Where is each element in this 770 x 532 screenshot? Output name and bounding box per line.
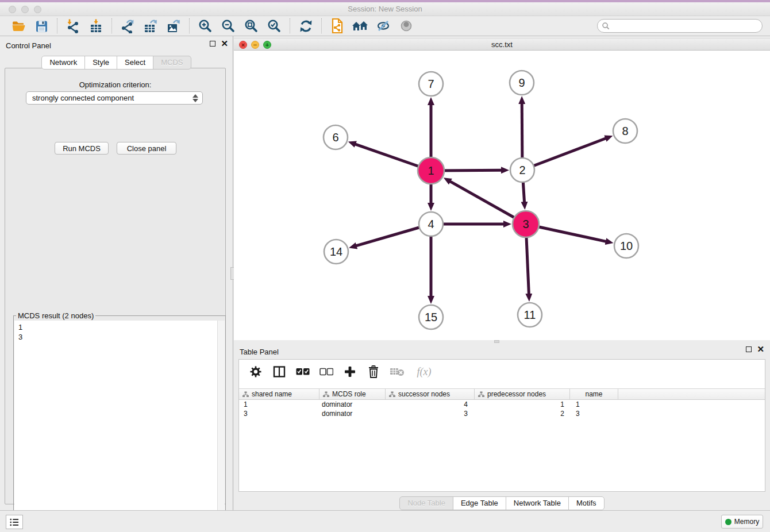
column-header-name[interactable]: name: [570, 389, 618, 399]
memory-button[interactable]: Memory: [721, 515, 763, 529]
open-network-file-button[interactable]: [326, 17, 349, 34]
main-toolbar: [0, 16, 770, 36]
table-row[interactable]: 3dominator323: [239, 410, 765, 419]
zoom-out-icon: [221, 18, 236, 33]
graph-node-label: 9: [518, 76, 525, 89]
mcds-result-text[interactable]: 1 3: [14, 321, 225, 531]
optimization-criterion-select[interactable]: strongly connected component: [26, 91, 203, 105]
hierarchy-icon: [242, 391, 249, 398]
network-canvas[interactable]: 7968124314101511: [234, 51, 770, 340]
zoom-fit-button[interactable]: [240, 17, 263, 34]
table-cell: 3: [239, 410, 319, 419]
control-panel-title: Control Panel: [6, 41, 51, 50]
column-header-successor-nodes[interactable]: successor nodes: [386, 389, 475, 399]
tab-motifs[interactable]: Motifs: [568, 496, 605, 510]
delete-table-icon: [390, 367, 405, 376]
optimization-criterion-value: strongly connected component: [32, 94, 134, 102]
show-task-history-button[interactable]: [6, 515, 23, 529]
graph-edge-2-8[interactable]: [522, 138, 606, 170]
export-table-button[interactable]: [139, 17, 162, 34]
zoom-out-button[interactable]: [217, 17, 240, 34]
graph-node-label: 2: [519, 164, 525, 176]
column-header-predecessor-nodes[interactable]: predecessor nodes: [475, 389, 570, 399]
table-tabs: Node Table Edge Table Network Table Moti…: [234, 496, 770, 510]
home-button[interactable]: [349, 17, 372, 34]
export-network-button[interactable]: [116, 17, 139, 34]
save-floppy-icon: [34, 19, 48, 33]
import-network-icon: [66, 18, 80, 33]
tab-style[interactable]: Style: [84, 56, 117, 70]
tab-select[interactable]: Select: [117, 56, 153, 70]
delete-table-button[interactable]: [390, 364, 405, 379]
apply-layout-button[interactable]: [294, 17, 317, 34]
function-builder-button[interactable]: f(x): [413, 364, 435, 379]
close-table-panel-icon[interactable]: ✕: [757, 346, 764, 353]
network-window-title: scc.txt: [234, 40, 770, 49]
show-columns-button[interactable]: [272, 364, 287, 379]
zoom-fit-icon: [244, 18, 259, 33]
table-row[interactable]: 1dominator411: [239, 400, 765, 410]
search-input[interactable]: [610, 21, 762, 31]
column-header-mcds-role[interactable]: MCDS role: [319, 389, 386, 399]
deselect-all-columns-button[interactable]: [319, 364, 334, 379]
graph-node-label: 7: [428, 78, 434, 90]
column-header-shared-name[interactable]: shared name: [239, 389, 319, 399]
toolbar-separator: [57, 18, 57, 33]
table-cell: 3: [570, 410, 618, 419]
tab-node-table[interactable]: Node Table: [399, 496, 453, 510]
network-window-titlebar[interactable]: × − + scc.txt: [234, 38, 770, 51]
checked-boxes-icon: [296, 368, 310, 376]
zoom-selected-button[interactable]: [263, 17, 286, 34]
import-network-button[interactable]: [61, 17, 84, 34]
float-table-panel-icon[interactable]: [746, 346, 752, 352]
toolbar-separator: [290, 18, 290, 33]
gear-icon: [249, 365, 262, 378]
network-view-window: × − + scc.txt 7968124314101511: [234, 38, 770, 340]
titlebar[interactable]: Session: New Session: [0, 2, 770, 16]
add-column-button[interactable]: [342, 364, 357, 379]
tab-edge-table[interactable]: Edge Table: [453, 496, 506, 510]
hierarchy-icon: [478, 391, 484, 398]
export-image-button[interactable]: [162, 17, 185, 34]
table-cell: 4: [386, 400, 475, 410]
column-label: name: [585, 390, 602, 398]
columns-icon: [273, 365, 286, 378]
tab-network[interactable]: Network: [41, 56, 85, 70]
table-cell: 1: [475, 400, 570, 410]
zoom-in-button[interactable]: [194, 17, 217, 34]
import-table-icon: [88, 18, 103, 33]
control-panel-header: Control Panel ✕: [0, 36, 233, 53]
table-cell: dominator: [319, 410, 386, 419]
tab-network-table[interactable]: Network Table: [506, 496, 569, 510]
graph-node-label: 14: [330, 245, 342, 258]
tab-mcds[interactable]: MCDS: [153, 56, 191, 70]
column-label: shared name: [252, 390, 292, 398]
network-graph[interactable]: 7968124314101511: [234, 51, 770, 340]
window-title: Session: New Session: [0, 5, 770, 13]
list-icon: [9, 518, 20, 527]
close-panel-icon[interactable]: ✕: [221, 40, 228, 47]
float-panel-icon[interactable]: [210, 41, 215, 47]
show-panel-button[interactable]: [395, 17, 418, 34]
mcds-result-legend: MCDS result (2 nodes): [16, 311, 95, 320]
open-session-button[interactable]: [7, 17, 30, 34]
table-cell: 1: [239, 400, 319, 410]
select-spinner-icon: [192, 94, 199, 103]
run-mcds-button[interactable]: Run MCDS: [55, 142, 109, 155]
result-scrollbar[interactable]: [217, 321, 225, 531]
table-cell: dominator: [319, 400, 386, 410]
select-all-columns-button[interactable]: [295, 364, 310, 379]
network-file-icon: [330, 18, 345, 34]
table-header-row: shared name MCDS role successor nodes pr…: [239, 388, 765, 400]
eye-icon: [399, 18, 414, 33]
search-box[interactable]: [597, 19, 763, 33]
import-table-button[interactable]: [84, 17, 107, 34]
graph-node-label: 4: [428, 218, 434, 230]
memory-status-icon: [725, 519, 732, 525]
table-settings-button[interactable]: [248, 364, 263, 379]
delete-column-button[interactable]: [366, 364, 381, 379]
close-panel-button[interactable]: Close panel: [117, 142, 176, 155]
save-session-button[interactable]: [30, 17, 53, 34]
hide-panel-button[interactable]: [372, 17, 395, 34]
eye-slash-icon: [376, 18, 391, 33]
